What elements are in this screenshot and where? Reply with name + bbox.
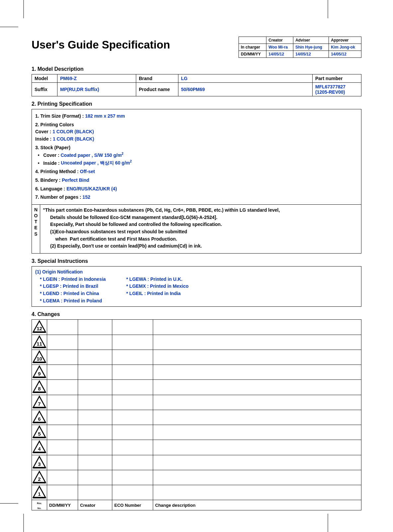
- approval-h-creator: Creator: [266, 37, 293, 44]
- changes-cell: [78, 380, 112, 395]
- changes-row: 5: [32, 425, 361, 440]
- changes-cell: [153, 485, 361, 500]
- changes-cell: [47, 485, 78, 500]
- approval-creator-date: 14/05/12: [266, 51, 293, 58]
- model-label: Model: [32, 74, 57, 83]
- prodname-label: Product name: [136, 83, 178, 96]
- changes-cell: [153, 470, 361, 485]
- changes-row: 11: [32, 335, 361, 350]
- changes-cell: [153, 335, 361, 350]
- approval-approver-name: Kim Jong-ok: [329, 44, 361, 51]
- page-title: User's Guide Specification: [32, 37, 239, 51]
- section-printing: 2. Printing Specification: [32, 101, 361, 107]
- changes-cell: [78, 440, 112, 455]
- approval-blank: [239, 37, 266, 44]
- notes-box: N O T E S "This part contain Eco-hazardo…: [32, 205, 361, 254]
- suffix-label: Suffix: [32, 83, 57, 96]
- changes-cell: [153, 350, 361, 365]
- changes-cell: [47, 440, 78, 455]
- changes-h-revno: Rev. No.: [32, 500, 47, 510]
- changes-cell: [112, 320, 153, 335]
- rev-triangle-icon: 7: [32, 395, 47, 410]
- rev-triangle-icon: 1: [32, 485, 47, 500]
- changes-cell: [112, 395, 153, 410]
- printing-spec-box: 1. Trim Size (Format) : 182 mm x 257 mm …: [32, 109, 361, 205]
- changes-cell: [47, 455, 78, 470]
- rev-triangle-icon: 10: [32, 350, 47, 365]
- changes-row: 3: [32, 455, 361, 470]
- origin-title: (1) Origin Notification: [35, 268, 358, 276]
- approval-h-approver: Approver: [329, 37, 361, 44]
- changes-cell: [78, 425, 112, 440]
- changes-cell: [112, 440, 153, 455]
- prodname-value: 50/60PM69: [178, 83, 313, 96]
- rev-triangle-icon: 3: [32, 455, 47, 470]
- svg-text:10: 10: [37, 356, 42, 362]
- svg-text:7: 7: [38, 401, 41, 407]
- changes-cell: [47, 350, 78, 365]
- notes-content: "This part contain Eco-hazardous substan…: [40, 205, 361, 253]
- svg-text:9: 9: [38, 371, 41, 376]
- section-special: 3. Special Instructions: [32, 258, 361, 264]
- changes-cell: [153, 440, 361, 455]
- svg-text:1: 1: [38, 491, 41, 497]
- approval-adviser-name: Shin Hye-jung: [293, 44, 329, 51]
- changes-cell: [112, 365, 153, 380]
- changes-cell: [47, 320, 78, 335]
- changes-cell: [112, 425, 153, 440]
- svg-text:2: 2: [38, 476, 41, 482]
- rev-triangle-icon: 5: [32, 425, 47, 440]
- svg-text:5: 5: [38, 431, 41, 437]
- suffix-value: MP(RU,DR Suffix): [57, 83, 136, 96]
- changes-cell: [153, 425, 361, 440]
- approval-creator-name: Woo Mi-ra: [266, 44, 293, 51]
- changes-cell: [47, 425, 78, 440]
- approval-approver-date: 14/05/12: [329, 51, 361, 58]
- notes-vertical-label: N O T E S: [32, 205, 40, 253]
- changes-cell: [47, 380, 78, 395]
- changes-cell: [153, 395, 361, 410]
- changes-cell: [47, 470, 78, 485]
- approval-adviser-date: 14/05/12: [293, 51, 329, 58]
- changes-cell: [153, 410, 361, 425]
- changes-cell: [112, 350, 153, 365]
- changes-cell: [78, 350, 112, 365]
- changes-row: 10: [32, 350, 361, 365]
- approval-h-adviser: Adviser: [293, 37, 329, 44]
- changes-cell: [78, 470, 112, 485]
- section-model: 1. Model Description: [32, 66, 361, 72]
- changes-row: 1: [32, 485, 361, 500]
- brand-label: Brand: [136, 74, 178, 83]
- changes-table: 121110987654321 Rev. No. DD/MM/YY Creato…: [32, 319, 361, 510]
- changes-cell: [78, 320, 112, 335]
- changes-h-creator: Creator: [78, 500, 112, 510]
- svg-text:11: 11: [37, 341, 42, 347]
- svg-text:6: 6: [38, 416, 41, 422]
- changes-cell: [112, 380, 153, 395]
- changes-cell: [78, 485, 112, 500]
- changes-cell: [112, 335, 153, 350]
- section-changes: 4. Changes: [32, 311, 361, 317]
- changes-cell: [47, 410, 78, 425]
- changes-row: 12: [32, 320, 361, 335]
- changes-row: 7: [32, 395, 361, 410]
- model-value: PM69-Z: [57, 74, 136, 83]
- changes-row: 4: [32, 440, 361, 455]
- changes-cell: [112, 455, 153, 470]
- changes-row: 9: [32, 365, 361, 380]
- changes-row: 2: [32, 470, 361, 485]
- changes-cell: [78, 335, 112, 350]
- changes-cell: [47, 395, 78, 410]
- rev-triangle-icon: 6: [32, 410, 47, 425]
- changes-row: 8: [32, 380, 361, 395]
- rev-triangle-icon: 11: [32, 335, 47, 350]
- model-table: Model PM69-Z Brand LG Part number Suffix…: [32, 74, 361, 96]
- rev-triangle-icon: 12: [32, 320, 47, 335]
- changes-h-desc: Change description: [153, 500, 361, 510]
- changes-cell: [47, 335, 78, 350]
- partnum-value: MFL67377827(1205-REV00): [313, 83, 361, 96]
- origin-box: (1) Origin Notification * LGEIN : Printe…: [32, 266, 361, 307]
- approval-table: Creator Adviser Approver In charger Woo …: [239, 37, 361, 58]
- changes-cell: [78, 410, 112, 425]
- svg-text:3: 3: [38, 461, 41, 467]
